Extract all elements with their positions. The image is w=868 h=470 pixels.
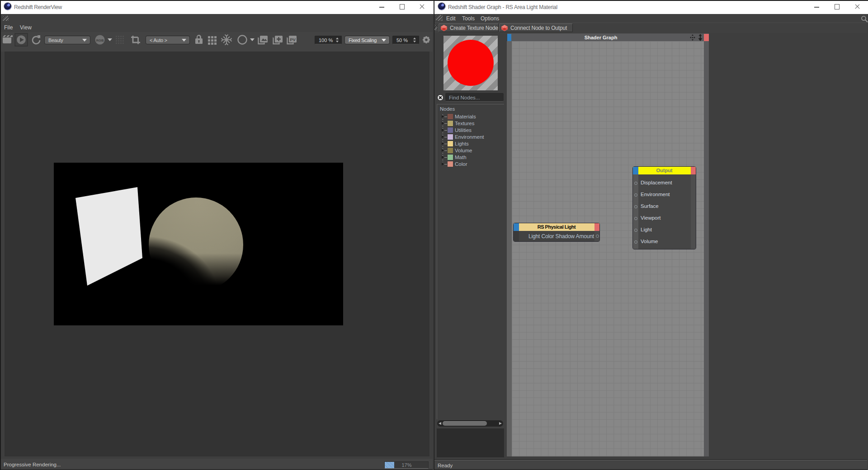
svg-text:PV: PV xyxy=(290,37,296,42)
svg-text:RGB: RGB xyxy=(96,38,104,42)
